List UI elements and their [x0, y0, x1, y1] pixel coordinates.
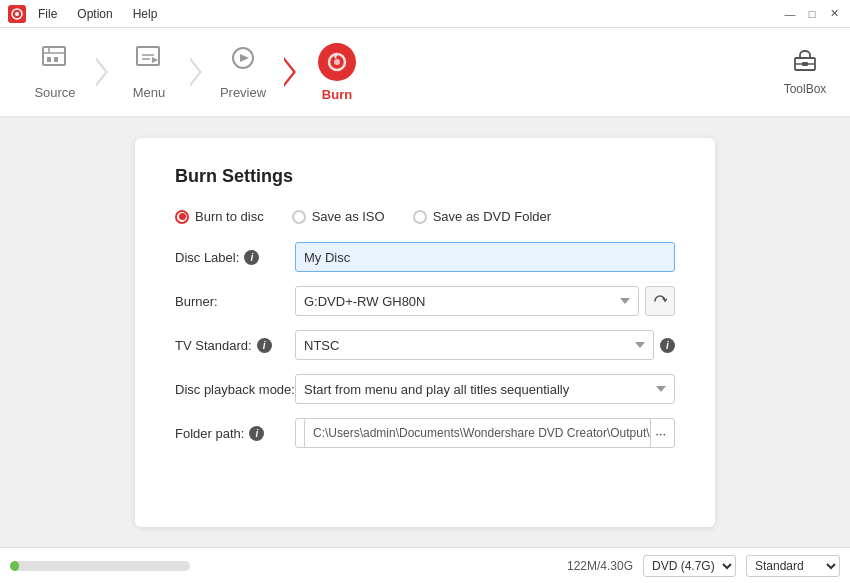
preview-icon [228, 44, 258, 79]
folder-path-row: Folder path: i C:\Users\admin\Documents\… [175, 418, 675, 448]
nav-preview[interactable]: Preview [198, 32, 288, 112]
tv-standard-field-label: TV Standard: i [175, 338, 295, 353]
nav-source[interactable]: Source [10, 32, 100, 112]
disc-label-info-icon[interactable]: i [244, 250, 259, 265]
folder-path-info-icon[interactable]: i [249, 426, 264, 441]
burner-field-label: Burner: [175, 294, 295, 309]
burn-to-disc-radio[interactable] [175, 210, 189, 224]
save-as-dvd-folder-radio[interactable] [413, 210, 427, 224]
burner-row: Burner: G:DVD+-RW GH80N [175, 286, 675, 316]
svg-rect-5 [47, 57, 51, 62]
nav-menu[interactable]: Menu [104, 32, 194, 112]
svg-rect-6 [54, 57, 58, 62]
menu-option[interactable]: Option [73, 5, 116, 23]
menu-help[interactable]: Help [129, 5, 162, 23]
svg-rect-2 [43, 47, 65, 65]
nav-burn[interactable]: Burn [292, 32, 382, 112]
refresh-button[interactable] [645, 286, 675, 316]
source-label: Source [34, 85, 75, 100]
save-as-dvd-folder-option[interactable]: Save as DVD Folder [413, 209, 552, 224]
close-button[interactable]: ✕ [826, 6, 842, 22]
svg-marker-10 [152, 57, 158, 63]
folder-path-input[interactable]: C:\Users\admin\Documents\Wondershare DVD… [304, 418, 651, 448]
progress-bar-container [10, 561, 190, 571]
window-controls: — □ ✕ [782, 6, 842, 22]
status-size: 122M/4.30G [567, 559, 633, 573]
svg-rect-7 [137, 47, 159, 65]
minimize-button[interactable]: — [782, 6, 798, 22]
source-icon [40, 44, 70, 79]
progress-bar-fill [10, 561, 19, 571]
menu-file[interactable]: File [34, 5, 61, 23]
save-as-iso-radio[interactable] [292, 210, 306, 224]
svg-marker-12 [240, 54, 249, 62]
menu-nav-label: Menu [133, 85, 166, 100]
main-content: Burn Settings Burn to disc Save as ISO S… [0, 118, 850, 547]
toolbox-icon [791, 48, 819, 78]
card-title: Burn Settings [175, 166, 675, 187]
save-as-dvd-folder-label: Save as DVD Folder [433, 209, 552, 224]
disc-type-dropdown[interactable]: DVD (4.7G) BD (25G) [643, 555, 736, 577]
disc-label-row: Disc Label: i [175, 242, 675, 272]
nav-arrow-2 [190, 57, 202, 87]
burn-options-row: Burn to disc Save as ISO Save as DVD Fol… [175, 209, 675, 224]
disc-label-input[interactable] [295, 242, 675, 272]
status-bar: 122M/4.30G DVD (4.7G) BD (25G) Standard … [0, 547, 850, 583]
burner-select[interactable]: G:DVD+-RW GH80N [295, 286, 639, 316]
nav-arrow-3 [284, 57, 296, 87]
tv-standard-select[interactable]: NTSC PAL [295, 330, 654, 360]
burn-label: Burn [322, 87, 352, 102]
preview-label: Preview [220, 85, 266, 100]
disc-playback-mode-field-label: Disc playback mode: [175, 382, 295, 397]
svg-point-1 [15, 12, 19, 16]
standard-dropdown[interactable]: Standard Widescreen [746, 555, 840, 577]
nav-items: Source Menu Pr [10, 28, 382, 116]
menu-icon [134, 44, 164, 79]
folder-path-dots-button[interactable]: ··· [655, 426, 666, 441]
disc-label-field-label: Disc Label: i [175, 250, 295, 265]
tv-standard-info-icon[interactable]: i [257, 338, 272, 353]
tv-standard-row: TV Standard: i NTSC PAL i [175, 330, 675, 360]
save-as-iso-label: Save as ISO [312, 209, 385, 224]
save-as-iso-option[interactable]: Save as ISO [292, 209, 385, 224]
app-logo [8, 5, 26, 23]
toolbox-label: ToolBox [784, 82, 827, 96]
disc-playback-mode-select[interactable]: Start from menu and play all titles sequ… [295, 374, 675, 404]
burn-to-disc-label: Burn to disc [195, 209, 264, 224]
toolbar: Source Menu Pr [0, 28, 850, 118]
burn-to-disc-option[interactable]: Burn to disc [175, 209, 264, 224]
svg-point-14 [334, 59, 340, 65]
burn-icon [318, 43, 356, 87]
disc-playback-mode-row: Disc playback mode: Start from menu and … [175, 374, 675, 404]
toolbox-button[interactable]: ToolBox [770, 48, 840, 96]
menu-bar: File Option Help [34, 5, 161, 23]
title-bar: File Option Help — □ ✕ [0, 0, 850, 28]
folder-path-field-label: Folder path: i [175, 426, 295, 441]
nav-arrow-1 [96, 57, 108, 87]
maximize-button[interactable]: □ [804, 6, 820, 22]
tv-standard-info-right-icon[interactable]: i [660, 338, 675, 353]
burn-settings-card: Burn Settings Burn to disc Save as ISO S… [135, 138, 715, 527]
svg-rect-17 [802, 62, 808, 66]
